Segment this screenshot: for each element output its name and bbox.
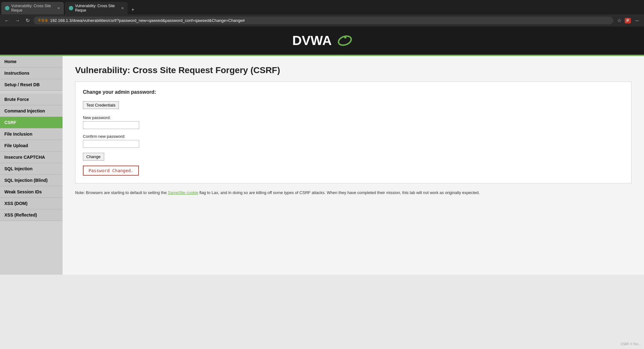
sidebar-item-weak-session-ids[interactable]: Weak Session IDs [0,186,63,198]
sidebar-item-setup-reset-db[interactable]: Setup / Reset DB [0,79,63,91]
sidebar-item-instructions[interactable]: Instructions [0,67,63,79]
change-button[interactable]: Change [83,153,104,161]
tab-1-title: Vulnerability: Cross Site Reque [11,4,54,12]
svg-point-1 [344,36,347,39]
sidebar-item-sql-injection[interactable]: SQL Injection [0,163,63,175]
sidebar-item-command-injection[interactable]: Command Injection [0,105,63,117]
tab-1-favicon [5,6,9,10]
password-changed-text: Password Changed. [83,166,139,176]
new-tab-button[interactable]: + [128,5,138,14]
samesite-cookie-link[interactable]: SameSite cookie [168,190,198,195]
new-password-label: New password: [83,115,624,120]
sidebar-item-xss-dom[interactable]: XSS (DOM) [0,198,63,209]
tab-2-title: Vulnerability: Cross Site Reque [75,4,118,12]
note-suffix: flag to Lax, and in doing so are killing… [198,190,480,195]
app-header: DVWA [0,27,644,56]
tab-1[interactable]: Vulnerability: Cross Site Reque ✕ [1,2,64,14]
reload-button[interactable]: ↻ [24,16,32,25]
back-button[interactable]: ← [3,17,11,25]
sidebar-item-file-upload[interactable]: File Upload [0,140,63,152]
sidebar-item-insecure-captcha[interactable]: Insecure CAPTCHA [0,152,63,163]
csrf-form-box: Change your admin password: Test Credent… [75,82,631,183]
form-heading: Change your admin password: [83,89,624,95]
extension-button[interactable]: P [625,18,631,23]
new-password-input[interactable] [83,121,139,129]
sidebar-item-file-inclusion[interactable]: File Inclusion [0,128,63,140]
tab-2[interactable]: Vulnerability: Cross Site Reque ✕ [65,2,128,14]
sidebar-item-sql-injection-blind[interactable]: SQL Injection (Blind) [0,175,63,186]
test-credentials-button[interactable]: Test Credentials [83,101,119,109]
note-text: Note: Browsers are starting to default t… [75,190,631,196]
page-title: Vulnerability: Cross Site Request Forger… [75,65,631,75]
sidebar: Home Instructions Setup / Reset DB Brute… [0,56,63,275]
logo-text: DVWA [292,33,332,48]
svg-point-0 [337,34,352,47]
insecure-badge: 不安全 [38,18,48,23]
sidebar-item-xss-reflected[interactable]: XSS (Reflected) [0,209,63,221]
bookmark-button[interactable]: ☆ [617,17,621,23]
tab-2-close[interactable]: ✕ [121,6,124,10]
new-password-group: New password: [83,115,624,129]
sidebar-item-home[interactable]: Home [0,56,63,67]
tab-2-favicon [69,6,73,10]
confirm-password-group: Confirm new password: [83,134,624,148]
address-bar[interactable]: 不安全 192.168.1.3/dvwa/vulnerabilities/csr… [33,17,613,24]
note-prefix: Note: Browsers are starting to default t… [75,190,168,195]
logo-swoosh-icon [333,33,352,48]
dvwa-logo: DVWA [292,33,352,48]
confirm-password-label: Confirm new password: [83,134,624,139]
minimize-button[interactable]: — [633,17,641,24]
app-body: Home Instructions Setup / Reset DB Brute… [0,56,644,275]
sidebar-item-csrf[interactable]: CSRF [0,117,63,128]
password-changed-message: Password Changed. [83,166,624,176]
main-content: Vulnerability: Cross Site Request Forger… [63,56,644,275]
forward-button[interactable]: → [13,17,22,25]
confirm-password-input[interactable] [83,140,139,148]
tab-1-close[interactable]: ✕ [57,6,60,10]
sidebar-item-brute-force[interactable]: Brute Force [0,94,63,105]
address-text: 192.168.1.3/dvwa/vulnerabilities/csrf/?p… [50,18,609,23]
